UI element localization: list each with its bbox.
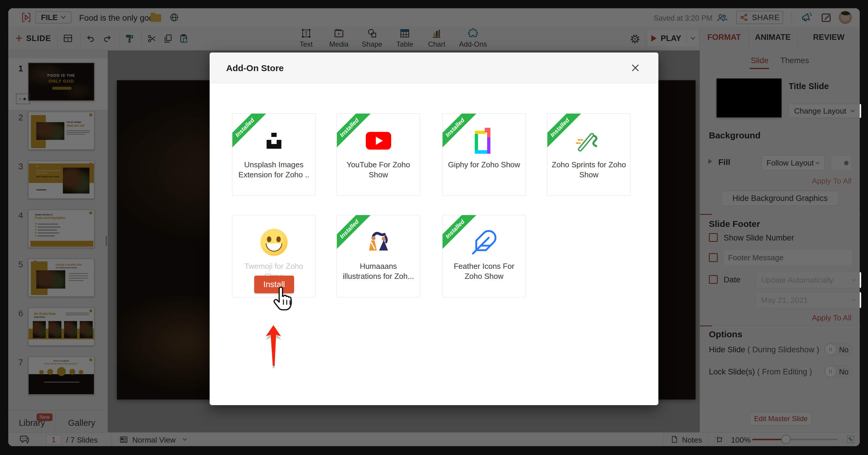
- addon-name: Unsplash Images Extension for Zoho ..: [237, 160, 311, 180]
- twemoji-logo-icon: [232, 227, 315, 258]
- addon-name: Giphy for Zoho Show: [447, 160, 521, 170]
- modal-header: Add-On Store: [210, 53, 658, 83]
- zoho-show-app: FILE Food is the only god Saved at 3:20 …: [0, 0, 868, 455]
- unsplash-logo-icon: [232, 125, 315, 156]
- addon-card-humaaans[interactable]: Installed Humaaans illustrations for Zoh…: [337, 215, 420, 297]
- hand-cursor-icon: [273, 285, 297, 313]
- zoho-sprints-logo-icon: [547, 125, 630, 156]
- feather-logo-icon: [442, 227, 526, 258]
- close-icon[interactable]: [630, 63, 641, 73]
- annotation-arrow-up: [265, 325, 282, 368]
- addon-card-youtube[interactable]: Installed YouTube For Zoho Show: [337, 113, 420, 196]
- addon-card-feather[interactable]: Installed Feather Icons For Zoho Show: [442, 215, 526, 297]
- addon-name: Feather Icons For Zoho Show: [447, 261, 521, 282]
- youtube-logo-icon: [337, 125, 420, 156]
- addon-name: Zoho Sprints for Zoho Show: [552, 160, 626, 180]
- humaaans-logo-icon: [337, 227, 420, 258]
- addon-store-modal: Add-On Store Installed Unsplash Images E…: [210, 53, 658, 405]
- modal-title: Add-On Store: [226, 63, 284, 73]
- addon-card-zoho-sprints[interactable]: Installed Zoho Sprints for Zoho Show: [547, 113, 631, 196]
- giphy-logo-icon: [442, 125, 526, 156]
- addon-name: Humaaans illustrations for Zoh...: [341, 261, 416, 282]
- addon-card-giphy[interactable]: Installed Giphy for Zoho Show: [442, 113, 526, 196]
- addon-name: YouTube For Zoho Show: [341, 160, 416, 180]
- addon-card-unsplash[interactable]: Installed Unsplash Images Extension for …: [232, 113, 316, 196]
